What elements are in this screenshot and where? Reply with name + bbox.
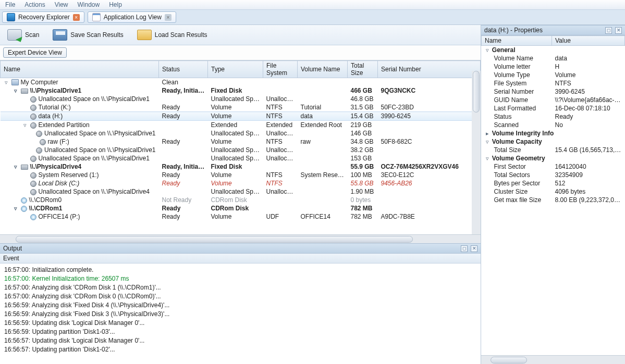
prop-name: Total Sectors [482, 171, 552, 179]
prop-value: 4096 bytes [552, 187, 625, 196]
prop-row[interactable]: Get max file Size8.00 EB (9,223,372,036,… [482, 196, 625, 204]
prop-row[interactable]: Serial Number3990-6245 [482, 87, 625, 96]
horizontal-scrollbar[interactable] [0, 234, 481, 243]
prop-name: Volume Name [482, 54, 552, 62]
expand-icon[interactable]: ▿ [13, 87, 19, 94]
device-name: Unallocated Space on \\.\PhysicalDrive1 [39, 95, 150, 103]
pcol-name[interactable]: Name [482, 36, 552, 46]
prop-row[interactable]: StatusReady [482, 112, 625, 121]
toolbar: Scan Save Scan Results Load Scan Results [0, 25, 481, 45]
col-serial-number[interactable]: Serial Number [378, 61, 481, 78]
prop-category[interactable]: ▿ Volume Capacity [482, 137, 625, 146]
cell-size: 219 GB [348, 121, 378, 130]
tab-close-icon[interactable]: × [165, 14, 171, 21]
vertical-scrollbar[interactable] [472, 71, 481, 234]
device-name: \\.\CDRom0 [29, 196, 62, 204]
device-row[interactable]: Unallocated Space on \\.\PhysicalDrive1U… [1, 146, 481, 154]
device-row[interactable]: Unallocated Space on \\.\PhysicalDrive1U… [1, 129, 481, 137]
device-row[interactable]: Unallocated Space on \\.\PhysicalDrive1U… [1, 95, 481, 103]
disk-icon [36, 147, 42, 154]
menu-actions[interactable]: Actions [24, 1, 45, 8]
output-pin-icon[interactable]: ◻ [461, 245, 468, 252]
device-name: Unallocated Space on \\.\PhysicalDrive4 [39, 188, 150, 195]
scan-label: Scan [25, 31, 39, 39]
drive-icon [21, 89, 28, 94]
expand-icon[interactable]: ▿ [13, 164, 19, 170]
prop-category[interactable]: ▸ Volume Integrity Info [482, 129, 625, 137]
device-row[interactable]: data (H:)ReadyVolumeNTFSdata15.4 GB3990-… [1, 112, 481, 121]
category-toggle-icon[interactable]: ▸ [485, 130, 491, 137]
menu-help[interactable]: Help [109, 1, 122, 8]
prop-row[interactable]: ScannedNo [482, 121, 625, 129]
device-row[interactable]: Unallocated Space on \\.\PhysicalDrive4U… [1, 187, 481, 196]
expand-icon[interactable]: ▿ [13, 205, 19, 212]
prop-row[interactable]: Total Sectors32354909 [482, 171, 625, 179]
category-toggle-icon[interactable]: ▿ [485, 155, 491, 162]
tab-1[interactable]: Application Log View× [88, 11, 176, 23]
prop-name: Last Formatted [482, 104, 552, 112]
device-row[interactable]: Unallocated Space on \\.\PhysicalDrive1U… [1, 154, 481, 162]
prop-row[interactable]: Cluster Size4096 bytes [482, 187, 625, 196]
prop-row[interactable]: GUID Name\\?\Volume{a6fa66ac-00e7-1 [482, 96, 625, 104]
device-row[interactable]: ▿My ComputerClean [1, 78, 481, 87]
prop-row[interactable]: Bytes per Sector512 [482, 179, 625, 187]
save-label: Save Scan Results [70, 31, 123, 39]
disk-icon [30, 105, 36, 111]
prop-row[interactable]: File SystemNTFS [482, 79, 625, 87]
prop-row[interactable]: Volume Namedata [482, 54, 625, 62]
cell-fs: Unallocated [263, 154, 298, 162]
device-row[interactable]: ▿\\.\PhysicalDrive1Ready, InitializedFix… [1, 86, 481, 95]
cell-serial [378, 129, 481, 137]
col-file-system[interactable]: File System [263, 61, 298, 78]
device-row[interactable]: ▿\\.\PhysicalDrive4Ready, InitializedFix… [1, 162, 481, 171]
prop-row[interactable]: Total Size15.4 GB (16,565,713,408 by [482, 146, 625, 154]
prop-row[interactable]: First Sector164120040 [482, 162, 625, 171]
props-horizontal-scrollbar[interactable] [481, 355, 625, 364]
device-row[interactable]: raw (F:)ReadyVolumeNTFSraw34.8 GB50F8-68… [1, 137, 481, 146]
tab-0[interactable]: Recovery Explorer× [2, 11, 84, 23]
prop-category[interactable]: ▿ General [482, 46, 625, 55]
cell-type: Volume [208, 171, 263, 179]
device-row[interactable]: ▿Extended PartitionExtendedExtendedExten… [1, 121, 481, 130]
device-row[interactable]: \\.\CDRom0Not ReadyCDRom Disk0 bytes [1, 196, 481, 204]
prop-row[interactable]: Volume letterH [482, 62, 625, 71]
device-row[interactable]: System Reserved (1:)ReadyVolumeNTFSSyste… [1, 171, 481, 179]
col-type[interactable]: Type [208, 61, 263, 78]
props-pin-icon[interactable]: ◻ [605, 27, 612, 34]
device-row[interactable]: Local Disk (C:)ReadyVolumeNTFS55.8 GB945… [1, 179, 481, 187]
category-toggle-icon[interactable]: ▿ [485, 139, 491, 145]
expand-icon[interactable]: ▿ [22, 122, 28, 129]
cell-vol: OFFICE14 [298, 212, 348, 221]
device-grid[interactable]: NameStatusTypeFile SystemVolume NameTota… [0, 60, 481, 234]
menu-file[interactable]: File [5, 1, 15, 8]
device-row[interactable]: ▿\\.\CDRom1ReadyCDRom Disk782 MB [1, 204, 481, 212]
cell-fs: Unallocated [263, 187, 298, 196]
pcol-value[interactable]: Value [552, 36, 625, 46]
col-volume-name[interactable]: Volume Name [298, 61, 348, 78]
col-name[interactable]: Name [1, 61, 159, 78]
category-toggle-icon[interactable]: ▿ [485, 47, 491, 54]
output-close-icon[interactable]: ✕ [471, 245, 477, 252]
prop-category[interactable]: ▿ Volume Geometry [482, 154, 625, 162]
scan-button[interactable]: Scan [5, 28, 41, 42]
save-scan-button[interactable]: Save Scan Results [51, 28, 125, 42]
col-total-size[interactable]: Total Size [348, 61, 378, 78]
prop-row[interactable]: Last Formatted16-Dec-08 07:18:10 [482, 104, 625, 112]
load-scan-button[interactable]: Load Scan Results [135, 29, 210, 41]
properties-grid[interactable]: NameValue ▿ GeneralVolume NamedataVolume… [481, 35, 625, 355]
cell-type: Volume [208, 103, 263, 112]
menu-window[interactable]: Window [78, 1, 100, 8]
device-row[interactable]: OFFICE14 (P:)ReadyVolumeUDFOFFICE14782 M… [1, 212, 481, 221]
cell-serial: 9QG3NCKC [378, 86, 481, 95]
output-log[interactable]: 16:57:00: Initialization complete.16:57:… [0, 263, 481, 364]
col-status[interactable]: Status [159, 61, 208, 78]
cell-serial [378, 146, 481, 154]
expand-icon[interactable]: ▿ [4, 79, 9, 86]
props-close-icon[interactable]: ✕ [615, 27, 622, 34]
device-row[interactable]: Tutorial (K:)ReadyVolumeNTFSTutorial31.5… [1, 103, 481, 112]
tab-close-icon[interactable]: × [73, 14, 80, 21]
menu-view[interactable]: View [55, 1, 68, 8]
expert-view-button[interactable]: Expert Device View [3, 47, 67, 58]
device-name: Tutorial (K:) [39, 104, 71, 111]
prop-row[interactable]: Volume TypeVolume [482, 71, 625, 79]
